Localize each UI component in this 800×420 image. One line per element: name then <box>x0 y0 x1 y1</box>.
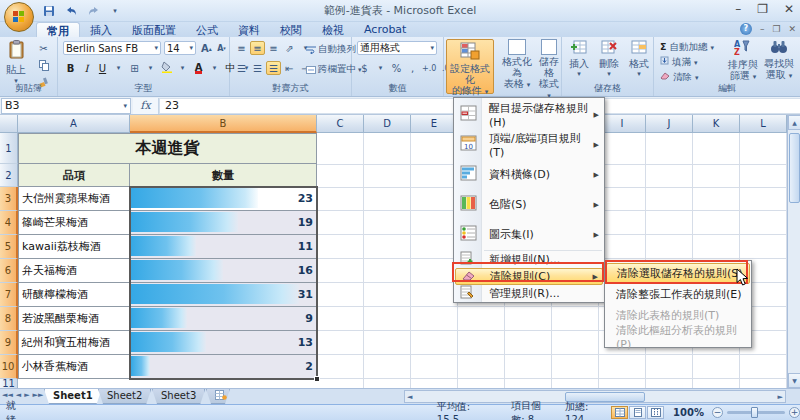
decrease-indent-icon[interactable]: ⇤ <box>282 61 297 75</box>
row-header-2[interactable]: 2 <box>0 164 18 187</box>
accounting-format-icon[interactable]: $ <box>357 61 372 75</box>
column-header-e[interactable]: E <box>411 115 458 133</box>
workbook-restore-button[interactable]: ❐ <box>772 24 780 34</box>
zoom-slider-track[interactable] <box>727 411 785 414</box>
name-box-dropdown-icon[interactable]: ▾ <box>123 102 127 110</box>
bottom-align-icon[interactable]: ≡ <box>266 41 281 55</box>
last-sheet-icon[interactable]: ►► <box>33 391 44 399</box>
column-header-a[interactable]: A <box>18 115 130 133</box>
fill-color-icon[interactable] <box>159 61 174 75</box>
cell-b7[interactable]: 31 <box>130 283 317 307</box>
cell-styles-button[interactable]: 儲存格 樣式 ▾ <box>536 39 562 102</box>
column-header-i[interactable]: I <box>599 115 646 133</box>
align-center-icon[interactable]: ☰ <box>250 61 265 75</box>
row-header-5[interactable]: 5 <box>0 235 18 259</box>
grow-font-icon[interactable]: A▴ <box>199 41 214 55</box>
align-right-icon[interactable]: ☰ <box>266 61 281 75</box>
conditional-formatting-button[interactable]: 設定格式化 的條件 ▾ <box>446 39 494 94</box>
scroll-left-icon[interactable]: ◄ <box>407 393 412 401</box>
row-header-11[interactable]: 11 <box>0 379 18 388</box>
menu-item-highlight-cells-rules[interactable]: 醒目提示儲存格規則(H)▶ <box>455 100 603 129</box>
menu-item-data-bars[interactable]: 資料橫條(D)▶ <box>455 160 603 189</box>
column-header-b[interactable]: B <box>130 115 317 133</box>
scroll-right-icon[interactable]: ► <box>778 393 783 401</box>
workbook-close-button[interactable]: ✕ <box>788 24 796 34</box>
align-left-icon[interactable]: ☰ <box>234 61 249 75</box>
menu-item-manage-rules[interactable]: 管理規則(R)... <box>455 285 603 302</box>
font-size-combo[interactable]: 14▾ <box>164 41 196 55</box>
middle-align-icon[interactable]: ≡ <box>250 41 265 55</box>
cell-a7[interactable]: 研釀檸檬梅酒 <box>18 283 130 307</box>
copy-icon[interactable] <box>36 58 51 72</box>
office-button[interactable] <box>4 2 34 32</box>
page-layout-view-button[interactable] <box>629 406 646 419</box>
paste-button[interactable]: 貼上 ▾ <box>6 40 26 85</box>
fill-color-dropdown-icon[interactable]: ▾ <box>175 61 190 75</box>
fill-handle[interactable] <box>314 376 320 382</box>
find-select-button[interactable]: 尋找與 選取 ▾ <box>762 39 796 82</box>
bold-button[interactable]: B <box>63 61 78 75</box>
tab-formulas[interactable]: 公式 <box>186 22 228 37</box>
row-header-8[interactable]: 8 <box>0 307 18 331</box>
workbook-minimize-button[interactable]: – <box>760 24 765 34</box>
cell-b3[interactable]: 23 <box>130 187 317 211</box>
minimize-button[interactable]: – <box>735 2 741 16</box>
scroll-down-icon[interactable]: ▼ <box>788 373 800 388</box>
zoom-in-icon[interactable]: + <box>789 407 800 418</box>
row-header-7[interactable]: 7 <box>0 283 18 307</box>
menu-item-top-bottom-rules[interactable]: 10 頂端/底端項目規則(T)▶ <box>455 130 603 159</box>
insert-worksheet-tab[interactable] <box>206 389 230 404</box>
select-all-corner[interactable] <box>0 115 18 133</box>
accounting-dropdown-icon[interactable]: ▾ <box>373 61 388 75</box>
scroll-up-icon[interactable]: ▲ <box>788 115 800 130</box>
autosum-button[interactable]: Σ 自動加總 ▾ <box>660 41 714 54</box>
sheet-tab-3[interactable]: Sheet3 <box>152 389 205 404</box>
tab-review[interactable]: 校閱 <box>270 22 312 37</box>
cell-b6[interactable]: 16 <box>130 259 317 283</box>
italic-button[interactable]: I <box>79 61 94 75</box>
comma-style-icon[interactable]: , <box>405 61 420 75</box>
orientation-icon[interactable]: ⇗ <box>282 41 297 55</box>
menu-item-clear-rules[interactable]: 清除規則(C)▶ <box>455 268 603 285</box>
zoom-slider-thumb[interactable] <box>751 407 758 418</box>
row-header-1[interactable]: 1 <box>0 133 18 164</box>
help-icon[interactable]: ? <box>740 23 752 35</box>
close-button[interactable]: ✕ <box>784 2 794 16</box>
cut-icon[interactable]: ✂ <box>36 41 51 55</box>
column-header-j[interactable]: J <box>646 115 693 133</box>
percent-style-icon[interactable]: % <box>389 61 404 75</box>
cell-a3[interactable]: 大信州霙蘋果梅酒 <box>18 187 130 211</box>
font-color-icon[interactable]: A <box>191 61 206 75</box>
sheet-tab-2[interactable]: Sheet2 <box>98 389 151 404</box>
fill-button[interactable]: 填滿 ▾ <box>660 56 714 69</box>
maximize-button[interactable]: ❐ <box>757 2 768 16</box>
sort-filter-button[interactable]: AZ 排序與 篩選 ▾ <box>726 39 760 83</box>
top-align-icon[interactable]: ≡ <box>234 41 249 55</box>
number-format-combo[interactable]: 通用格式▾ <box>357 41 437 55</box>
column-header-k[interactable]: K <box>693 115 740 133</box>
table-header-qty[interactable]: 數量 <box>130 164 317 187</box>
menu-item-color-scales[interactable]: 色階(S)▶ <box>455 190 603 219</box>
cell-a4[interactable]: 篠崎芒果梅酒 <box>18 211 130 235</box>
tab-acrobat[interactable]: Acrobat <box>354 22 416 37</box>
cell-b9[interactable]: 13 <box>130 331 317 355</box>
row-header-9[interactable]: 9 <box>0 331 18 355</box>
menu-item-new-rule[interactable]: 新增規則(N)... <box>455 251 603 268</box>
page-break-view-button[interactable] <box>647 406 664 419</box>
column-header-d[interactable]: D <box>364 115 411 133</box>
sheet-tab-1[interactable]: Sheet1 <box>44 389 102 404</box>
cell-a9[interactable]: 紀州和寶五柑梅酒 <box>18 331 130 355</box>
shrink-font-icon[interactable]: A▾ <box>214 41 229 55</box>
cell-a5[interactable]: kawaii荔枝梅酒 <box>18 235 130 259</box>
row-header-4[interactable]: 4 <box>0 211 18 235</box>
submenu-item-clear-selected-cells[interactable]: 清除選取儲存格的規則(S) <box>606 263 750 284</box>
table-title-cell[interactable]: 本週進貨 <box>18 133 317 164</box>
borders-icon[interactable]: ⊞ <box>127 61 142 75</box>
row-header-10[interactable]: 10 <box>0 355 18 379</box>
font-color-dropdown-icon[interactable]: ▾ <box>207 61 222 75</box>
insert-cells-button[interactable]: 插入▾ <box>566 39 592 80</box>
tab-insert[interactable]: 插入 <box>80 22 122 37</box>
cell-b8[interactable]: 9 <box>130 307 317 331</box>
next-sheet-icon[interactable]: ► <box>24 391 29 399</box>
tab-data[interactable]: 資料 <box>228 22 270 37</box>
